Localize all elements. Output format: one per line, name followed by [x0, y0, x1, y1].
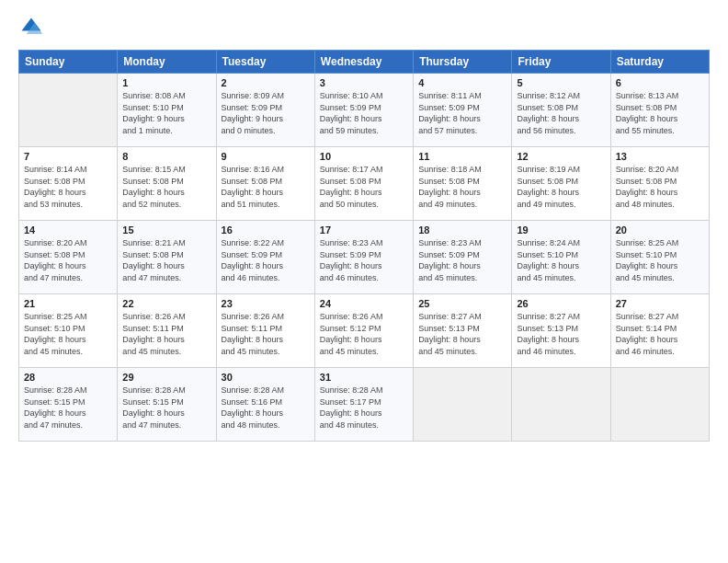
- day-number: 4: [418, 77, 506, 88]
- page: SundayMondayTuesdayWednesdayThursdayFrid…: [0, 0, 728, 563]
- calendar-cell: 25Sunrise: 8:27 AM Sunset: 5:13 PM Dayli…: [414, 294, 512, 368]
- calendar-cell: 5Sunrise: 8:12 AM Sunset: 5:08 PM Daylig…: [512, 74, 610, 147]
- week-row-3: 14Sunrise: 8:20 AM Sunset: 5:08 PM Dayli…: [19, 221, 710, 294]
- calendar-cell: 9Sunrise: 8:16 AM Sunset: 5:08 PM Daylig…: [216, 147, 314, 221]
- day-number: 26: [517, 298, 605, 309]
- calendar-cell: 20Sunrise: 8:25 AM Sunset: 5:10 PM Dayli…: [610, 221, 709, 294]
- weekday-header-row: SundayMondayTuesdayWednesdayThursdayFrid…: [19, 51, 710, 74]
- day-info: Sunrise: 8:21 AM Sunset: 5:08 PM Dayligh…: [122, 237, 210, 283]
- day-info: Sunrise: 8:11 AM Sunset: 5:09 PM Dayligh…: [418, 90, 506, 136]
- calendar-cell: 29Sunrise: 8:28 AM Sunset: 5:15 PM Dayli…: [118, 368, 216, 442]
- day-number: 29: [122, 372, 210, 383]
- day-number: 5: [517, 77, 605, 88]
- day-info: Sunrise: 8:23 AM Sunset: 5:09 PM Dayligh…: [320, 237, 408, 283]
- day-number: 21: [24, 298, 112, 309]
- day-number: 13: [616, 151, 704, 162]
- day-info: Sunrise: 8:27 AM Sunset: 5:14 PM Dayligh…: [616, 311, 704, 357]
- logo: [18, 15, 48, 40]
- day-info: Sunrise: 8:08 AM Sunset: 5:10 PM Dayligh…: [122, 90, 210, 136]
- calendar-cell: 16Sunrise: 8:22 AM Sunset: 5:09 PM Dayli…: [216, 221, 314, 294]
- day-info: Sunrise: 8:20 AM Sunset: 5:08 PM Dayligh…: [24, 237, 112, 283]
- day-number: 10: [320, 151, 408, 162]
- calendar-cell: 2Sunrise: 8:09 AM Sunset: 5:09 PM Daylig…: [216, 74, 314, 147]
- day-info: Sunrise: 8:26 AM Sunset: 5:12 PM Dayligh…: [320, 311, 408, 357]
- day-number: 25: [418, 298, 506, 309]
- calendar-cell: 21Sunrise: 8:25 AM Sunset: 5:10 PM Dayli…: [19, 294, 118, 368]
- calendar-cell: [610, 368, 709, 442]
- day-number: 27: [616, 298, 704, 309]
- calendar-cell: 24Sunrise: 8:26 AM Sunset: 5:12 PM Dayli…: [314, 294, 413, 368]
- day-info: Sunrise: 8:27 AM Sunset: 5:13 PM Dayligh…: [517, 311, 605, 357]
- day-number: 17: [320, 224, 408, 236]
- calendar-cell: 26Sunrise: 8:27 AM Sunset: 5:13 PM Dayli…: [512, 294, 610, 368]
- calendar-cell: 14Sunrise: 8:20 AM Sunset: 5:08 PM Dayli…: [19, 221, 118, 294]
- day-info: Sunrise: 8:19 AM Sunset: 5:08 PM Dayligh…: [517, 164, 605, 210]
- day-number: 9: [222, 151, 310, 162]
- day-info: Sunrise: 8:12 AM Sunset: 5:08 PM Dayligh…: [517, 90, 605, 136]
- day-number: 12: [517, 151, 605, 162]
- day-number: 11: [418, 151, 506, 162]
- day-number: 18: [418, 224, 506, 236]
- day-number: 20: [616, 224, 704, 236]
- day-info: Sunrise: 8:25 AM Sunset: 5:10 PM Dayligh…: [24, 311, 112, 357]
- calendar-cell: 3Sunrise: 8:10 AM Sunset: 5:09 PM Daylig…: [314, 74, 413, 147]
- day-number: 7: [24, 151, 112, 162]
- calendar-cell: 30Sunrise: 8:28 AM Sunset: 5:16 PM Dayli…: [216, 368, 314, 442]
- weekday-friday: Friday: [512, 51, 610, 74]
- calendar-cell: [19, 74, 118, 147]
- day-number: 3: [320, 77, 408, 88]
- calendar-cell: 19Sunrise: 8:24 AM Sunset: 5:10 PM Dayli…: [512, 221, 610, 294]
- calendar-cell: 15Sunrise: 8:21 AM Sunset: 5:08 PM Dayli…: [118, 221, 216, 294]
- calendar-cell: 23Sunrise: 8:26 AM Sunset: 5:11 PM Dayli…: [216, 294, 314, 368]
- day-info: Sunrise: 8:24 AM Sunset: 5:10 PM Dayligh…: [517, 237, 605, 283]
- calendar-cell: 17Sunrise: 8:23 AM Sunset: 5:09 PM Dayli…: [314, 221, 413, 294]
- day-number: 22: [122, 298, 210, 309]
- day-number: 16: [222, 224, 310, 236]
- weekday-wednesday: Wednesday: [314, 51, 413, 74]
- calendar-cell: 31Sunrise: 8:28 AM Sunset: 5:17 PM Dayli…: [314, 368, 413, 442]
- calendar-cell: 28Sunrise: 8:28 AM Sunset: 5:15 PM Dayli…: [19, 368, 118, 442]
- weekday-monday: Monday: [118, 51, 216, 74]
- day-number: 28: [24, 372, 112, 383]
- day-info: Sunrise: 8:22 AM Sunset: 5:09 PM Dayligh…: [222, 237, 310, 283]
- header: [18, 15, 710, 40]
- day-info: Sunrise: 8:13 AM Sunset: 5:08 PM Dayligh…: [616, 90, 704, 136]
- calendar-cell: 7Sunrise: 8:14 AM Sunset: 5:08 PM Daylig…: [19, 147, 118, 221]
- day-info: Sunrise: 8:23 AM Sunset: 5:09 PM Dayligh…: [418, 237, 506, 283]
- day-info: Sunrise: 8:14 AM Sunset: 5:08 PM Dayligh…: [24, 164, 112, 210]
- day-info: Sunrise: 8:26 AM Sunset: 5:11 PM Dayligh…: [222, 311, 310, 357]
- logo-icon: [18, 15, 44, 40]
- weekday-tuesday: Tuesday: [216, 51, 314, 74]
- weekday-sunday: Sunday: [19, 51, 118, 74]
- day-number: 24: [320, 298, 408, 309]
- calendar-cell: 13Sunrise: 8:20 AM Sunset: 5:08 PM Dayli…: [610, 147, 709, 221]
- weekday-saturday: Saturday: [610, 51, 709, 74]
- day-info: Sunrise: 8:26 AM Sunset: 5:11 PM Dayligh…: [122, 311, 210, 357]
- day-info: Sunrise: 8:09 AM Sunset: 5:09 PM Dayligh…: [222, 90, 310, 136]
- day-number: 2: [222, 77, 310, 88]
- day-info: Sunrise: 8:16 AM Sunset: 5:08 PM Dayligh…: [222, 164, 310, 210]
- calendar-cell: 1Sunrise: 8:08 AM Sunset: 5:10 PM Daylig…: [118, 74, 216, 147]
- calendar-cell: 12Sunrise: 8:19 AM Sunset: 5:08 PM Dayli…: [512, 147, 610, 221]
- day-number: 30: [222, 372, 310, 383]
- calendar-cell: 18Sunrise: 8:23 AM Sunset: 5:09 PM Dayli…: [414, 221, 512, 294]
- calendar-cell: [414, 368, 512, 442]
- day-info: Sunrise: 8:20 AM Sunset: 5:08 PM Dayligh…: [616, 164, 704, 210]
- day-info: Sunrise: 8:28 AM Sunset: 5:15 PM Dayligh…: [122, 385, 210, 431]
- day-info: Sunrise: 8:17 AM Sunset: 5:08 PM Dayligh…: [320, 164, 408, 210]
- day-info: Sunrise: 8:28 AM Sunset: 5:17 PM Dayligh…: [320, 385, 408, 431]
- day-info: Sunrise: 8:27 AM Sunset: 5:13 PM Dayligh…: [418, 311, 506, 357]
- week-row-5: 28Sunrise: 8:28 AM Sunset: 5:15 PM Dayli…: [19, 368, 710, 442]
- calendar-cell: 10Sunrise: 8:17 AM Sunset: 5:08 PM Dayli…: [314, 147, 413, 221]
- day-number: 23: [222, 298, 310, 309]
- calendar-cell: [512, 368, 610, 442]
- calendar-table: SundayMondayTuesdayWednesdayThursdayFrid…: [18, 50, 710, 442]
- day-info: Sunrise: 8:15 AM Sunset: 5:08 PM Dayligh…: [122, 164, 210, 210]
- week-row-1: 1Sunrise: 8:08 AM Sunset: 5:10 PM Daylig…: [19, 74, 710, 147]
- day-number: 14: [24, 224, 112, 236]
- day-number: 6: [616, 77, 704, 88]
- week-row-4: 21Sunrise: 8:25 AM Sunset: 5:10 PM Dayli…: [19, 294, 710, 368]
- day-number: 19: [517, 224, 605, 236]
- day-number: 15: [122, 224, 210, 236]
- calendar-cell: 8Sunrise: 8:15 AM Sunset: 5:08 PM Daylig…: [118, 147, 216, 221]
